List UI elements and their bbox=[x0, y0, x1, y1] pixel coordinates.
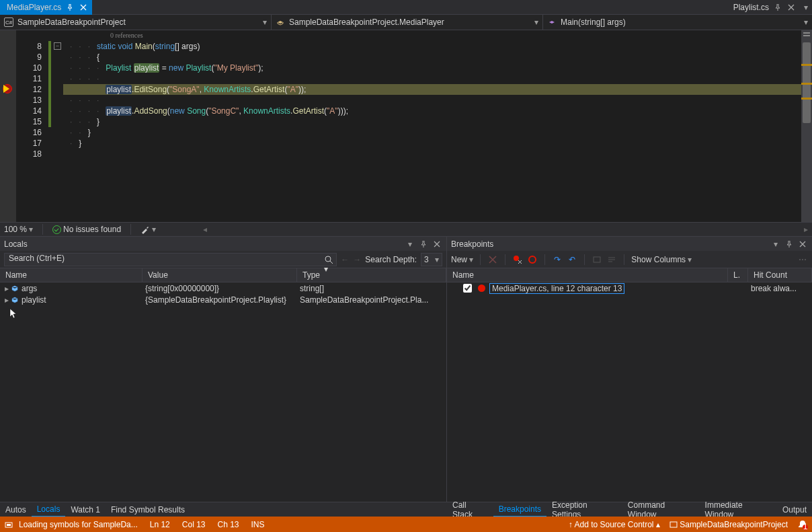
panel-title: Locals bbox=[4, 239, 28, 249]
bottom-tab-bar: AutosLocalsWatch 1Find Symbol Results Ca… bbox=[0, 502, 812, 517]
tab-playlist[interactable]: Playlist.cs bbox=[727, 0, 800, 15]
window-menu-icon[interactable]: ▾ bbox=[770, 239, 781, 250]
table-row[interactable]: MediaPlayer.cs, line 12 character 13brea… bbox=[447, 282, 812, 294]
overview-mark bbox=[801, 98, 812, 100]
col-labels[interactable]: L. bbox=[728, 268, 748, 282]
bottom-tab[interactable]: Output bbox=[777, 502, 812, 517]
chevron-down-icon: ▾ bbox=[804, 17, 808, 27]
pin-icon[interactable] bbox=[65, 3, 75, 12]
status-bar: Loading symbols for SampleDa... Ln 12 Co… bbox=[0, 517, 812, 532]
close-icon[interactable] bbox=[79, 3, 88, 12]
status-ins[interactable]: INS bbox=[251, 520, 265, 529]
panel-title-bar[interactable]: Breakpoints ▾ bbox=[447, 237, 812, 251]
tab-label: MediaPlayer.cs bbox=[7, 3, 61, 12]
locals-grid-body[interactable]: ▸args{string[0x00000000]}string[]▸playli… bbox=[0, 282, 446, 502]
locals-toolbar: Search (Ctrl+E) ▾ ← → Search Depth: 3▾ bbox=[0, 251, 446, 268]
goto-disasm-icon[interactable] bbox=[606, 254, 617, 265]
status-col[interactable]: Col 13 bbox=[182, 520, 206, 529]
svg-text:1: 1 bbox=[803, 522, 808, 530]
col-hit[interactable]: Hit Count bbox=[748, 268, 812, 282]
hscroll-right-icon[interactable]: ▸ bbox=[804, 225, 808, 234]
class-icon bbox=[276, 17, 285, 27]
notifications-icon[interactable]: 1 bbox=[797, 519, 808, 530]
issues-indicator[interactable]: No issues found bbox=[52, 225, 121, 234]
close-icon[interactable] bbox=[432, 239, 442, 250]
delete-icon[interactable] bbox=[487, 254, 498, 265]
bottom-tab[interactable]: Find Symbol Results bbox=[106, 502, 190, 517]
svg-rect-8 bbox=[670, 522, 677, 527]
project-indicator[interactable]: SampleDataBreakpointProject bbox=[669, 520, 788, 529]
goto-source-icon[interactable] bbox=[592, 254, 602, 265]
prev-icon[interactable]: ← bbox=[341, 255, 349, 264]
source-control-button[interactable]: ↑ Add to Source Control ▴ bbox=[569, 520, 660, 529]
tab-mediaplayer[interactable]: MediaPlayer.cs bbox=[0, 0, 92, 15]
svg-rect-0 bbox=[803, 32, 810, 34]
breakpoint-current-icon[interactable] bbox=[3, 84, 13, 95]
autohide-icon[interactable] bbox=[418, 239, 429, 250]
split-icon[interactable] bbox=[803, 30, 811, 38]
breakpoint-checkbox[interactable] bbox=[463, 284, 472, 293]
col-name[interactable]: Name bbox=[447, 268, 728, 282]
cleanup-combo[interactable]: ▾ bbox=[140, 225, 156, 234]
breakpoints-panel: Breakpoints ▾ New ▾ ↷ ↶ bbox=[447, 236, 812, 502]
svg-rect-7 bbox=[7, 524, 11, 526]
status-ch[interactable]: Ch 13 bbox=[217, 520, 239, 529]
search-depth-select[interactable]: 3▾ bbox=[421, 253, 442, 266]
window-menu-icon[interactable]: ▾ bbox=[405, 239, 415, 250]
pin-icon[interactable] bbox=[773, 3, 782, 12]
col-name[interactable]: Name bbox=[0, 268, 143, 282]
fold-toggle-icon[interactable]: − bbox=[54, 42, 61, 50]
autohide-icon[interactable] bbox=[784, 239, 795, 250]
col-type[interactable]: Type bbox=[297, 268, 446, 282]
search-icon[interactable]: ▾ bbox=[324, 255, 333, 274]
status-ln[interactable]: Ln 12 bbox=[150, 520, 170, 529]
chevron-down-icon: ▾ bbox=[534, 17, 538, 27]
nav-project[interactable]: C# SampleDataBreakpointProject ▾ bbox=[0, 15, 272, 30]
toggle-all-icon[interactable] bbox=[527, 254, 538, 265]
navigation-bar: C# SampleDataBreakpointProject ▾ SampleD… bbox=[0, 15, 812, 30]
overflow-icon[interactable]: ⋯ bbox=[797, 254, 808, 265]
new-breakpoint-button[interactable]: New ▾ bbox=[451, 255, 473, 264]
svg-rect-1 bbox=[803, 35, 810, 36]
delete-all-icon[interactable] bbox=[512, 254, 523, 265]
search-input[interactable]: Search (Ctrl+E) ▾ bbox=[4, 253, 337, 266]
chevron-down-icon: ▾ bbox=[152, 225, 156, 234]
close-icon[interactable] bbox=[797, 239, 808, 250]
next-icon[interactable]: → bbox=[353, 255, 361, 264]
brush-icon bbox=[140, 225, 150, 234]
col-value[interactable]: Value bbox=[143, 268, 297, 282]
table-row[interactable]: ▸playlist{SampleDataBreakpointProject.Pl… bbox=[0, 294, 446, 305]
zoom-combo[interactable]: 100 % ▾ bbox=[4, 225, 33, 234]
status-loading: Loading symbols for SampleDa... bbox=[19, 520, 138, 529]
bottom-tab[interactable]: Watch 1 bbox=[65, 502, 106, 517]
panel-title-bar[interactable]: Locals ▾ bbox=[0, 237, 446, 251]
bottom-tab[interactable]: Exception Settings bbox=[546, 502, 622, 517]
cursor-icon bbox=[9, 308, 17, 319]
export-icon[interactable]: ↷ bbox=[552, 254, 563, 265]
bottom-tab[interactable]: Command Window bbox=[622, 502, 700, 517]
panel-title: Breakpoints bbox=[451, 239, 493, 249]
fold-gutter[interactable]: − bbox=[52, 30, 63, 222]
svg-rect-5 bbox=[594, 257, 600, 262]
code-area[interactable]: 0 references· · · static void Main(strin… bbox=[63, 30, 801, 222]
breakpoints-grid-body[interactable]: MediaPlayer.cs, line 12 character 13brea… bbox=[447, 282, 812, 502]
bottom-tab[interactable]: Call Stack bbox=[447, 502, 493, 517]
show-columns-button[interactable]: Show Columns ▾ bbox=[631, 255, 692, 264]
nav-member[interactable]: Main(string[] args) ▾ bbox=[543, 15, 812, 30]
breakpoint-gutter[interactable] bbox=[0, 30, 16, 222]
bottom-tab[interactable]: Autos bbox=[0, 502, 32, 517]
locals-grid-header[interactable]: Name Value Type bbox=[0, 268, 446, 282]
overflow-icon[interactable]: ▾ bbox=[800, 3, 812, 12]
table-row[interactable]: ▸args{string[0x00000000]}string[] bbox=[0, 282, 446, 294]
bottom-tab[interactable]: Breakpoints bbox=[493, 502, 546, 517]
hscroll-left-icon[interactable]: ◂ bbox=[203, 225, 207, 234]
bottom-tab[interactable]: Immediate Window bbox=[700, 502, 777, 517]
breakpoints-grid-header[interactable]: Name L. Hit Count bbox=[447, 268, 812, 282]
import-icon[interactable]: ↶ bbox=[567, 254, 577, 265]
code-editor[interactable]: 89101112131415161718 − 0 references· · ·… bbox=[0, 30, 812, 222]
nav-class[interactable]: SampleDataBreakpointProject.MediaPlayer … bbox=[272, 15, 543, 30]
breakpoint-enabled-icon bbox=[478, 284, 485, 292]
close-icon[interactable] bbox=[786, 3, 796, 12]
bottom-tab[interactable]: Locals bbox=[32, 502, 66, 517]
vertical-scrollbar[interactable] bbox=[801, 30, 812, 222]
